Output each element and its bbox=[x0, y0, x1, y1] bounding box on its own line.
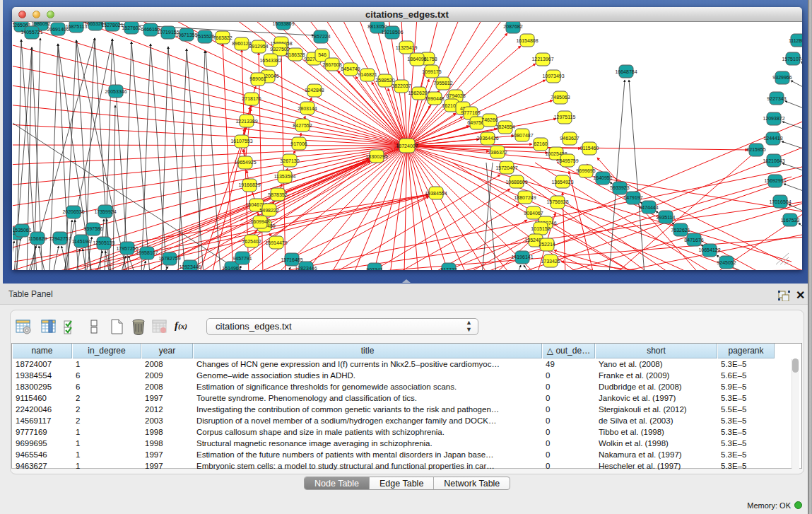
svg-text:15716485: 15716485 bbox=[281, 257, 302, 262]
svg-text:19218506: 19218506 bbox=[381, 30, 403, 35]
svg-text:9777169: 9777169 bbox=[461, 110, 480, 115]
svg-text:19384554: 19384554 bbox=[425, 191, 447, 196]
svg-text:9463627: 9463627 bbox=[560, 136, 579, 141]
svg-text:10688609: 10688609 bbox=[505, 180, 527, 185]
svg-text:9474444: 9474444 bbox=[639, 205, 658, 210]
svg-text:1733426: 1733426 bbox=[541, 259, 560, 264]
svg-text:16107553: 16107553 bbox=[230, 139, 252, 144]
svg-text:62160: 62160 bbox=[534, 141, 548, 146]
svg-text:9245052: 9245052 bbox=[717, 260, 736, 265]
svg-text:1244418: 1244418 bbox=[763, 136, 782, 141]
svg-text:1514961: 1514961 bbox=[222, 266, 241, 270]
svg-text:15720407: 15720407 bbox=[495, 165, 517, 170]
svg-text:20053346: 20053346 bbox=[105, 89, 126, 94]
svg-text:6794028: 6794028 bbox=[446, 93, 465, 98]
svg-text:18495759: 18495759 bbox=[556, 158, 578, 163]
svg-text:1864096: 1864096 bbox=[407, 57, 426, 62]
svg-text:16648784: 16648784 bbox=[615, 69, 637, 74]
svg-text:817722: 817722 bbox=[440, 267, 457, 270]
svg-text:9242848: 9242848 bbox=[305, 88, 324, 93]
svg-text:7955812: 7955812 bbox=[433, 81, 452, 86]
svg-text:7625402: 7625402 bbox=[242, 239, 261, 244]
svg-text:6479197: 6479197 bbox=[623, 195, 642, 200]
svg-text:5878352: 5878352 bbox=[268, 192, 287, 197]
svg-text:7485063: 7485063 bbox=[551, 95, 570, 100]
svg-text:1527602: 1527602 bbox=[122, 25, 141, 30]
svg-text:1990448: 1990448 bbox=[425, 96, 444, 101]
svg-text:252214: 252214 bbox=[539, 242, 555, 247]
svg-text:14196141: 14196141 bbox=[511, 255, 533, 259]
svg-text:13654923: 13654923 bbox=[551, 180, 573, 185]
svg-text:19166829: 19166829 bbox=[238, 182, 260, 187]
svg-text:8471676: 8471676 bbox=[684, 238, 703, 243]
svg-text:1167533: 1167533 bbox=[781, 218, 800, 223]
svg-text:15278021: 15278021 bbox=[101, 23, 123, 28]
svg-text:18807249: 18807249 bbox=[514, 195, 536, 200]
svg-text:9397586: 9397586 bbox=[83, 226, 102, 231]
svg-text:5498222: 5498222 bbox=[259, 208, 278, 213]
svg-text:10958107: 10958107 bbox=[136, 250, 158, 255]
svg-text:546: 546 bbox=[318, 52, 326, 57]
svg-text:16782759: 16782759 bbox=[158, 256, 180, 261]
svg-text:9457791: 9457791 bbox=[233, 256, 252, 261]
svg-text:11353594: 11353594 bbox=[274, 174, 296, 179]
svg-text:1112803: 1112803 bbox=[789, 38, 802, 43]
svg-text:7515526: 7515526 bbox=[195, 34, 214, 39]
svg-text:917006: 917006 bbox=[290, 141, 307, 146]
svg-text:1099175: 1099175 bbox=[422, 69, 441, 74]
svg-text:2718176: 2718176 bbox=[242, 96, 261, 101]
svg-text:17359924: 17359924 bbox=[94, 209, 116, 214]
svg-text:3822037: 3822037 bbox=[392, 83, 411, 88]
svg-text:1156829: 1156829 bbox=[28, 236, 47, 241]
svg-text:12942757: 12942757 bbox=[49, 236, 71, 241]
svg-text:9227343: 9227343 bbox=[767, 96, 786, 101]
svg-text:7663822: 7663822 bbox=[213, 35, 232, 40]
svg-text:8186328: 8186328 bbox=[286, 52, 305, 57]
svg-text:10654122: 10654122 bbox=[698, 247, 720, 252]
svg-text:10973493: 10973493 bbox=[542, 74, 564, 78]
svg-text:9329966: 9329966 bbox=[772, 75, 792, 80]
svg-text:9146821: 9146821 bbox=[358, 72, 377, 77]
svg-text:12213967: 12213967 bbox=[531, 57, 553, 62]
svg-text:10807487: 10807487 bbox=[511, 133, 533, 138]
svg-text:12823446: 12823446 bbox=[295, 266, 317, 270]
svg-text:16033809: 16033809 bbox=[272, 22, 294, 26]
svg-text:16543382: 16543382 bbox=[259, 58, 281, 63]
svg-text:20206536: 20206536 bbox=[62, 209, 84, 214]
svg-text:9699695: 9699695 bbox=[576, 168, 595, 173]
svg-text:1609948: 1609948 bbox=[250, 219, 269, 224]
svg-text:15626206: 15626206 bbox=[408, 90, 430, 95]
svg-text:1640951: 1640951 bbox=[593, 175, 612, 180]
svg-text:12975115: 12975115 bbox=[554, 115, 576, 119]
svg-text:9115460: 9115460 bbox=[580, 146, 599, 151]
svg-text:2935114: 2935114 bbox=[657, 215, 676, 220]
svg-text:7857224: 7857224 bbox=[311, 34, 330, 39]
svg-text:17016504: 17016504 bbox=[769, 199, 791, 204]
svg-text:3267130: 3267130 bbox=[280, 158, 299, 163]
svg-text:2588520: 2588520 bbox=[375, 78, 394, 83]
svg-text:14055721: 14055721 bbox=[20, 30, 42, 35]
svg-text:10671355: 10671355 bbox=[175, 33, 197, 37]
svg-text:12923446: 12923446 bbox=[179, 264, 201, 269]
svg-text:19654925: 19654925 bbox=[234, 160, 256, 165]
svg-text:2867608: 2867608 bbox=[322, 62, 341, 67]
svg-text:8454749: 8454749 bbox=[341, 66, 360, 71]
svg-text:5933923: 5933923 bbox=[610, 185, 629, 190]
svg-text:11325419: 11325419 bbox=[396, 45, 418, 50]
svg-text:8427552: 8427552 bbox=[293, 123, 312, 128]
svg-text:15756928: 15756928 bbox=[546, 199, 568, 204]
svg-text:7386372: 7386372 bbox=[488, 150, 507, 155]
svg-text:1145194: 1145194 bbox=[72, 239, 91, 244]
svg-text:15751074: 15751074 bbox=[782, 57, 802, 62]
svg-text:8215955: 8215955 bbox=[746, 147, 765, 152]
svg-text:746266: 746266 bbox=[481, 117, 498, 122]
svg-text:989061: 989061 bbox=[249, 76, 266, 81]
svg-text:17957255: 17957255 bbox=[116, 246, 138, 251]
svg-text:8912954: 8912954 bbox=[249, 44, 268, 49]
svg-text:18300295: 18300295 bbox=[365, 154, 387, 159]
svg-text:16914479: 16914479 bbox=[265, 240, 287, 245]
svg-text:16210643: 16210643 bbox=[763, 158, 784, 163]
svg-text:9327503: 9327503 bbox=[270, 47, 289, 52]
svg-text:16154808: 16154808 bbox=[516, 38, 538, 43]
svg-text:1015152: 1015152 bbox=[531, 226, 550, 231]
